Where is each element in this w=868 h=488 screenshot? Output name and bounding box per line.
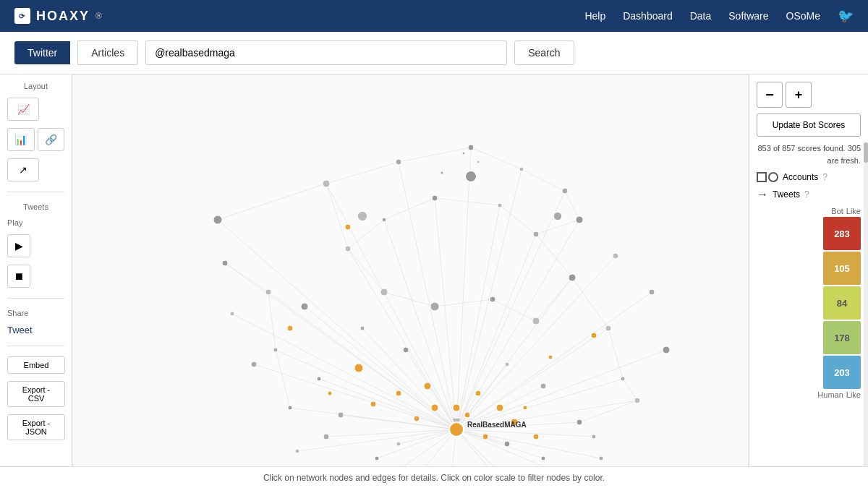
tweets-help-icon[interactable]: ? [804, 189, 809, 200]
export-csv-button[interactable]: Export - CSV [7, 381, 65, 407]
svg-point-139 [523, 406, 527, 410]
svg-point-129 [424, 382, 431, 390]
layout-btn-share[interactable]: 🔗 [38, 128, 65, 151]
human-label: Human [817, 390, 843, 399]
svg-point-130 [475, 390, 481, 396]
svg-point-135 [453, 404, 460, 411]
svg-point-80 [576, 216, 583, 223]
tweet-link[interactable]: Tweet [7, 325, 64, 335]
nav-dashboard[interactable]: Dashboard [623, 10, 673, 22]
center-node-label: RealBasedMAGA [467, 421, 527, 429]
svg-point-86 [222, 260, 228, 266]
svg-point-107 [403, 347, 409, 353]
network-svg[interactable]: RealBasedMAGA [73, 75, 748, 488]
svg-point-128 [354, 364, 363, 372]
color-bar-1[interactable]: 283 [823, 217, 861, 250]
footer-text: Click on network nodes and edges for det… [263, 473, 605, 483]
svg-point-103 [430, 302, 439, 311]
score-info: 853 of 857 scores found. 305 are fresh. [757, 142, 861, 166]
svg-point-143 [345, 224, 351, 230]
right-panel: − + Update Bot Scores 853 of 857 scores … [749, 74, 868, 488]
svg-point-102 [380, 288, 388, 296]
nav-software[interactable]: Software [728, 10, 768, 22]
color-bar-2[interactable]: 105 [823, 252, 861, 285]
svg-point-146 [287, 325, 293, 331]
svg-point-145 [548, 355, 553, 359]
main-content: Layout 📈 📊 🔗 ↗ Tweets Play ▶ ⏹ Share Twe… [0, 74, 868, 488]
svg-point-81 [613, 253, 618, 259]
twitter-icon-header[interactable]: 🐦 [838, 8, 854, 24]
svg-point-109 [540, 383, 546, 389]
svg-point-97 [533, 231, 539, 237]
search-input[interactable] [145, 40, 507, 65]
svg-point-75 [323, 180, 330, 187]
svg-point-126 [396, 442, 401, 446]
search-button[interactable]: Search [514, 40, 574, 65]
zoom-out-button[interactable]: − [757, 82, 783, 108]
accounts-label: Accounts [783, 172, 818, 182]
svg-point-82 [649, 289, 655, 295]
color-bar-4[interactable]: 178 [823, 321, 861, 354]
export-json-button[interactable]: Export - JSON [7, 414, 65, 440]
color-scale-container: Bot Like 283 105 84 178 203 Human Like [757, 207, 861, 399]
svg-point-137 [464, 412, 470, 418]
nav-data[interactable]: Data [690, 10, 712, 22]
svg-point-99 [605, 325, 611, 331]
logo-text: HOAXY [36, 9, 90, 24]
header: ⟳ HOAXY® Help Dashboard Data Software OS… [0, 0, 868, 32]
svg-point-93 [345, 246, 351, 252]
svg-point-96 [498, 203, 502, 207]
svg-point-147 [449, 422, 464, 437]
svg-rect-0 [73, 75, 748, 488]
svg-point-90 [265, 289, 271, 295]
svg-point-105 [532, 317, 540, 325]
layout-btn-1[interactable]: 📈 [7, 98, 39, 121]
tab-articles[interactable]: Articles [77, 40, 138, 65]
play-label: Play [7, 218, 64, 227]
tweets-legend-label: Tweets [773, 189, 800, 200]
search-area: Twitter Articles Search [0, 32, 868, 74]
accounts-help-icon[interactable]: ? [822, 172, 827, 182]
right-scrollbar[interactable] [864, 142, 868, 488]
stop-button[interactable]: ⏹ [7, 265, 30, 288]
left-sidebar: Layout 📈 📊 🔗 ↗ Tweets Play ▶ ⏹ Share Twe… [0, 74, 72, 488]
svg-point-116 [375, 456, 379, 461]
svg-point-133 [431, 404, 438, 411]
nav-help[interactable]: Help [584, 10, 605, 22]
embed-button[interactable]: Embed [7, 356, 65, 374]
legend-accounts: Accounts ? [757, 172, 861, 182]
color-scale: 283 105 84 178 203 [757, 217, 861, 389]
logo: ⟳ HOAXY® [14, 8, 103, 24]
svg-point-94 [382, 218, 386, 222]
play-button[interactable]: ▶ [7, 234, 30, 257]
legend-tweets: → Tweets ? [757, 188, 861, 201]
header-nav: Help Dashboard Data Software OSoMe 🐦 [584, 8, 854, 24]
svg-point-127 [338, 412, 344, 418]
svg-point-112 [477, 160, 480, 163]
svg-point-142 [533, 434, 539, 440]
nav-osome[interactable]: OSoMe [786, 10, 820, 22]
zoom-controls: − + [757, 82, 861, 108]
tab-twitter[interactable]: Twitter [14, 41, 70, 64]
zoom-in-button[interactable]: + [786, 82, 812, 108]
logo-icon: ⟳ [14, 8, 30, 24]
svg-point-87 [230, 312, 234, 316]
svg-point-138 [496, 404, 503, 411]
svg-point-141 [328, 391, 332, 395]
update-bot-scores-button[interactable]: Update Bot Scores [757, 114, 861, 137]
scrollbar-thumb[interactable] [864, 142, 868, 163]
svg-point-101 [576, 419, 582, 425]
color-bar-5[interactable]: 203 [823, 356, 861, 389]
color-bar-3[interactable]: 84 [823, 286, 861, 320]
svg-point-83 [663, 346, 670, 354]
bot-label: Bot [831, 207, 843, 215]
svg-point-113 [441, 171, 443, 174]
network-area[interactable]: Diffusion Network [72, 74, 749, 488]
svg-point-85 [592, 435, 596, 439]
layout-btn-2[interactable]: 📊 [7, 128, 35, 151]
svg-point-132 [482, 434, 488, 440]
tweets-label: Tweets [7, 202, 64, 211]
layout-btn-3[interactable]: ↗ [7, 158, 39, 181]
svg-point-74 [213, 215, 222, 224]
share-label: Share [7, 309, 64, 317]
